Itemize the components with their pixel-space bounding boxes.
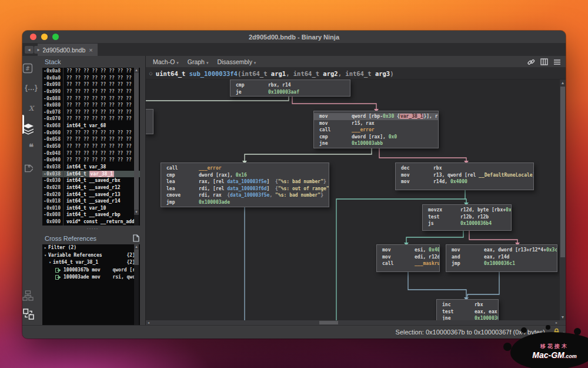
stack-scrollbar-thumb[interactable] [134,73,139,210]
instruction-row[interactable]: cmoverdi, rax {data_100003f5e, "%s: bad … [161,192,329,199]
instruction-row[interactable]: decrbx [396,165,533,172]
split-view-icon[interactable] [540,58,548,65]
stack-row[interactable]: -0x068int64_t var_68 [42,122,140,130]
graph-vscroll-thumb[interactable] [560,87,565,257]
graph-horizontal-scrollbar[interactable]: ◂ ▸ [146,320,566,325]
graph-block-G[interactable]: moveax, dword [r13+r12*4+0x3c]andeax, r1… [446,244,557,272]
scroll-down-icon[interactable]: ▼ [134,210,139,215]
instruction-row[interactable]: learax, [rel data_100003f5e] {"%s: bad n… [161,178,329,185]
stack-row[interactable]: -0x080?? ?? ?? ?? ?? ?? ?? ?? [42,102,140,109]
stack-row[interactable]: -0x078?? ?? ?? ?? ?? ?? ?? ?? [42,109,140,116]
stack-row[interactable]: -0x038int64_t var_38_1 [42,171,140,178]
graph-view[interactable]: cmprbx, r14je0x100003aafmovqword [rbp-0x… [146,79,566,320]
stack-row[interactable]: -0x008int64_t __saved_rbp [42,211,140,218]
stack-row[interactable]: 0x000void* const __return_add [42,218,140,226]
scroll-right-icon[interactable]: ▸ [556,320,557,325]
instruction-row[interactable]: cmprbx, r14 [230,82,350,89]
new-document-icon[interactable] [133,234,139,242]
xref-scrollbar-thumb[interactable] [134,250,139,265]
stack-row[interactable]: -0x0a0?? ?? ?? ?? ?? ?? ?? ?? [42,75,140,82]
stack-row[interactable]: -0x010int64_t var_10 [42,205,140,212]
hierarchy-icon[interactable] [22,290,40,302]
instruction-row[interactable]: jne0x100003abb [314,140,438,147]
scroll-up-icon[interactable]: ▲ [134,68,139,73]
xref-reference-row[interactable]: 100003ade movrsi, qwo [42,274,140,281]
instruction-row[interactable]: cmpdword [rax], 0x16 [161,172,329,179]
instruction-row[interactable]: movzxr12d, byte [rbx+0x1] [423,207,511,214]
hash-icon[interactable]: # [22,63,40,74]
instruction-row[interactable]: testeax, eax [437,309,498,316]
stack-row[interactable]: -0x040?? ?? ?? ?? ?? ?? ?? ?? [42,157,140,164]
instruction-row[interactable]: movesi, 0x4000 [377,247,439,254]
link-icon[interactable] [527,58,535,66]
graph-hscroll-thumb[interactable] [319,321,338,324]
instruction-row[interactable]: jne0x1000036a0 [437,315,498,320]
stack-row[interactable]: -0x038int64_t var_38 [42,164,140,171]
scroll-down-icon[interactable]: ▼ [560,314,566,320]
instruction-row[interactable]: call___error [314,127,438,134]
nav-forward-button[interactable]: ▸ [34,46,43,54]
stack-row[interactable]: -0x058?? ?? ?? ?? ?? ?? ?? ?? [42,136,140,143]
instruction-row[interactable]: movr13, qword [rel __DefaultRuneLocale] [396,172,533,179]
instruction-row[interactable]: call___maskrune [377,260,439,267]
instruction-row[interactable]: movqword [rbp-0x30 {var_38_1}], r14 [314,113,438,120]
document-tab[interactable]: 2d905d00.bndb × [38,44,98,56]
stack-panel[interactable]: -0x0a8?? ?? ?? ?? ?? ?? ?? ??-0x0a0?? ??… [42,68,140,226]
instruction-row[interactable]: testr12b, r12b [423,214,511,221]
xref-group-row[interactable]: ▾int64_t var_38_1{2} [42,259,140,267]
titlebar[interactable]: 2d905d00.bndb - Binary Ninja [22,31,566,44]
menu-disassembly[interactable]: Disassembly ▾ [213,58,261,65]
graph-vertical-scrollbar[interactable]: ▲ ▼ [559,79,566,320]
instruction-row[interactable]: js0x1000036b4 [423,220,511,227]
graph-block-C[interactable]: call___errorcmpdword [rax], 0x16learax, … [161,163,329,207]
stack-row[interactable]: -0x060?? ?? ?? ?? ?? ?? ?? ?? [42,130,140,137]
xref-scrollbar[interactable]: ▲ [134,244,139,325]
instruction-row[interactable]: jmp0x100003ade [161,199,329,206]
instruction-row[interactable]: movr14d, 0x4000 [396,178,533,185]
nav-back-button[interactable]: ◂ [25,46,34,54]
stack-scrollbar[interactable]: ▲ ▼ [134,68,139,226]
instruction-row[interactable]: cmpdword [rax], 0x0 [314,134,438,141]
instruction-row[interactable]: je0x100003aaf [230,89,350,96]
instruction-row[interactable]: leardi, [rel data_100003f6d] {"%s: out o… [161,185,329,193]
variables-icon[interactable]: x [22,102,40,113]
graph-block-P[interactable]: "} [146,109,153,134]
instruction-row[interactable]: movr15, rax [314,120,438,127]
graph-block-A[interactable]: cmprbx, r14je0x100003aaf [230,79,350,97]
tag-icon[interactable] [22,163,40,174]
panel-splitter[interactable]: ····· [40,226,145,233]
graph-block-E[interactable]: movzxr12d, byte [rbx+0x1]testr12b, r12bj… [422,204,512,231]
function-signature-bar[interactable]: ○uint64_t sub_1000033f4(int64_t arg1, in… [146,68,566,79]
graph-block-D[interactable]: decrbxmovr13, qword [rel __DefaultRuneLo… [395,163,534,190]
stack-row[interactable]: -0x030int64_t __saved_rbx [42,177,140,184]
stack-row[interactable]: -0x028int64_t __saved_r12 [42,184,140,191]
stack-row[interactable]: -0x098?? ?? ?? ?? ?? ?? ?? ?? [42,81,140,88]
function-nav-icon[interactable]: ○ [149,71,152,76]
stack-row[interactable]: -0x050?? ?? ?? ?? ?? ?? ?? ?? [42,143,140,150]
strings-icon[interactable]: ❝ [22,142,40,152]
stack-layers-icon[interactable] [22,123,40,135]
stack-row[interactable]: -0x018int64_t __saved_r14 [42,198,140,205]
stack-row[interactable]: -0x0a8?? ?? ?? ?? ?? ?? ?? ?? [42,68,140,75]
scroll-left-icon[interactable]: ◂ [148,320,149,325]
graph-block-F[interactable]: movesi, 0x4000movedi, r12dcall___maskrun… [376,244,440,272]
stack-row[interactable]: -0x090?? ?? ?? ?? ?? ?? ?? ?? [42,88,140,95]
stack-row[interactable]: -0x020int64_t __saved_r13 [42,191,140,198]
graph-block-B[interactable]: movqword [rbp-0x30 {var_38_1}], r14movr1… [313,111,439,148]
stack-row[interactable]: -0x070?? ?? ?? ?? ?? ?? ?? ?? [42,115,140,122]
instruction-row[interactable]: andeax, r14d [446,254,557,261]
hamburger-menu-icon[interactable] [553,59,561,65]
instruction-row[interactable]: incrbx [437,301,498,309]
instruction-row[interactable]: jmp0x1000036c1 [446,260,557,267]
menu-graph[interactable]: Graph ▾ [184,58,214,65]
instruction-row[interactable]: movedi, r12d [377,254,439,261]
braces-icon[interactable]: {…} [22,84,40,92]
instruction-row[interactable]: "} [146,111,153,118]
xref-group-row[interactable]: ▾Variable References{2} [42,252,140,260]
graph-block-H[interactable]: incrbxtesteax, eaxjne0x1000036a0 [436,299,499,320]
xref-filter-row[interactable]: ▸Filter (2) [42,244,140,252]
stack-row[interactable]: -0x048?? ?? ?? ?? ?? ?? ?? ?? [42,150,140,157]
scroll-up-icon[interactable]: ▲ [134,244,139,250]
stack-row[interactable]: -0x088?? ?? ?? ?? ?? ?? ?? ?? [42,95,140,102]
instruction-row[interactable]: call___error [161,165,329,172]
